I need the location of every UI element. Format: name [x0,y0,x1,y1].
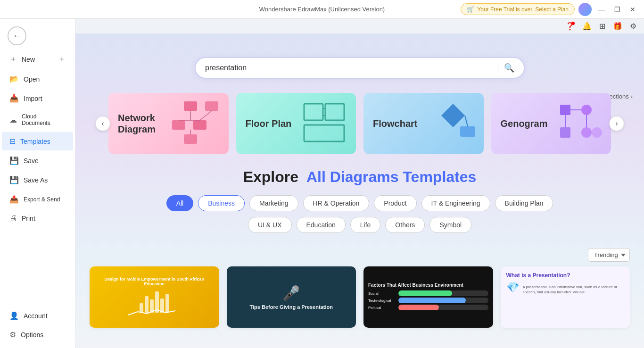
sidebar-label-import: Import [24,95,42,102]
svg-marker-15 [441,104,465,127]
carousel-card-network[interactable]: Network Diagram [108,93,229,154]
sidebar-label-account: Account [24,312,48,320]
minimize-button[interactable]: — [595,5,608,14]
trending-bar: Trending Newest Popular [75,246,644,266]
template-card-tips[interactable]: 🎤 Tips Before Giving a Presentation [227,266,356,328]
grid-apps-icon[interactable]: ⊞ [599,22,605,31]
tc4-title: What is a Presentation? [506,272,570,279]
tc4-inner: What is a Presentation? 💎 A presentation… [501,266,630,328]
sidebar-item-save-as[interactable]: 💾 Save As [2,171,73,189]
sidebar-label-print: Print [22,215,35,222]
back-button[interactable]: ← [8,26,26,45]
card-label-network: Network Diagram [118,112,156,135]
sidebar-label-save: Save [24,157,39,165]
filter-hr[interactable]: HR & Operation [303,195,370,211]
svg-rect-12 [304,125,344,141]
tc2-figure-icon: 🎤 [282,285,300,301]
template-card-education[interactable]: Design for Mobile Empowerment in South A… [90,266,219,328]
carousel-card-flowchart[interactable]: Flowchart [363,93,484,154]
search-button[interactable]: 🔍 [504,63,514,73]
plus-icon: ＋ [58,54,66,64]
gift-icon[interactable]: 🎁 [613,22,622,31]
card-label-floorplan: Floor Plan [246,118,292,129]
filter-product[interactable]: Product [374,195,416,211]
filter-pills-row1: All Business Marketing HR & Operation Pr… [90,195,630,211]
filter-business[interactable]: Business [198,195,245,211]
app-title: Wondershare EdrawMax (Unlicensed Version… [259,6,385,13]
svg-rect-18 [560,105,570,115]
svg-rect-1 [205,101,218,111]
sidebar-item-print[interactable]: 🖨 Print [2,209,73,227]
sidebar-label-new: New [22,56,35,63]
template-card-what-is[interactable]: What is a Presentation? 💎 A presentation… [501,266,630,328]
sidebar-item-options[interactable]: ⚙ Options [2,325,73,344]
template-grid: Design for Mobile Empowerment in South A… [75,266,644,337]
account-icon: 👤 [9,311,19,320]
svg-rect-0 [184,101,197,111]
carousel-section: All Collections › ‹ Network Diagram [75,88,644,164]
svg-point-19 [581,105,592,115]
cloud-icon: ☁ [9,116,17,124]
tc3-row-tech: Technological [368,298,488,303]
notification-icon[interactable]: 🔔 [582,22,592,31]
maximize-button[interactable]: ❐ [611,5,623,14]
filter-education[interactable]: Education [297,217,346,233]
trial-button[interactable]: Your Free Trial is over. Select a Plan [461,3,575,15]
filter-it[interactable]: IT & Engineering [421,195,490,211]
svg-line-17 [465,116,468,126]
tc2-title: Tips Before Giving a Presentation [250,304,333,310]
svg-point-21 [581,127,592,138]
carousel-next-button[interactable]: › [609,116,624,131]
search-bar: 🔍 [195,57,525,79]
sidebar-item-save[interactable]: 💾 Save [2,151,73,170]
filter-pills-row2: UI & UX Education Life Others Symbol [90,217,630,233]
filter-marketing[interactable]: Marketing [249,195,298,211]
sidebar-item-new[interactable]: ＋ New ＋ [2,50,73,69]
explore-title: Explore All Diagrams Templates [90,168,630,186]
avatar [578,3,592,16]
svg-rect-10 [304,104,323,120]
sidebar-item-open[interactable]: 📂 Open [2,70,73,88]
sidebar-item-export[interactable]: 📤 Export & Send [2,190,73,208]
tc1-line-chart [126,308,182,317]
sidebar-label-open: Open [24,75,40,83]
toolbar-row: ❓ 🔔 ⊞ 🎁 ⚙ [75,19,644,33]
svg-rect-2 [172,120,185,130]
template-card-business[interactable]: Factors That Affect Business Environment… [363,266,493,328]
tc3-row-political: Political [368,305,488,310]
open-icon: 📂 [9,75,19,83]
sidebar-label-templates: Templates [20,138,50,145]
filter-building[interactable]: Building Plan [495,195,553,211]
sidebar-item-templates[interactable]: ⊟ Templates [2,132,73,150]
sidebar-item-account[interactable]: 👤 Account [2,307,73,325]
card-label-flowchart: Flowchart [373,118,417,129]
filter-uiux[interactable]: UI & UX [248,217,292,233]
svg-rect-3 [193,120,206,130]
options-icon: ⚙ [9,330,16,339]
filter-life[interactable]: Life [350,217,381,233]
svg-line-9 [200,111,212,120]
filter-all[interactable]: All [166,195,194,211]
help-icon[interactable]: ❓ [565,22,575,31]
svg-rect-20 [560,127,570,138]
search-section: 🔍 [75,33,644,88]
content-wrapper: ❓ 🔔 ⊞ 🎁 ⚙ 🔍 All Collections › [75,19,644,348]
tc4-diamond-icon: 💎 [506,282,519,294]
search-input[interactable] [205,64,492,72]
close-button[interactable]: ✕ [627,5,638,14]
filter-symbol[interactable]: Symbol [429,217,471,233]
carousel-prev-button[interactable]: ‹ [95,116,110,131]
svg-rect-4 [184,134,197,144]
tc4-body: A presentation is an informative talk, s… [523,284,625,295]
settings-icon[interactable]: ⚙ [630,22,636,31]
carousel-card-genogram[interactable]: Genogram [491,93,611,154]
sidebar-label-export: Export & Send [24,196,60,203]
sidebar-item-cloud[interactable]: ☁ Cloud Documents [2,108,73,131]
tc2-inner: 🎤 Tips Before Giving a Presentation [227,266,356,328]
sidebar-item-import[interactable]: 📥 Import [2,89,73,108]
save-as-icon: 💾 [9,175,19,184]
filter-others[interactable]: Others [385,217,425,233]
carousel-card-floorplan[interactable]: Floor Plan [236,93,356,154]
trending-select[interactable]: Trending Newest Popular [588,248,630,262]
network-diagram-icon [167,99,224,148]
